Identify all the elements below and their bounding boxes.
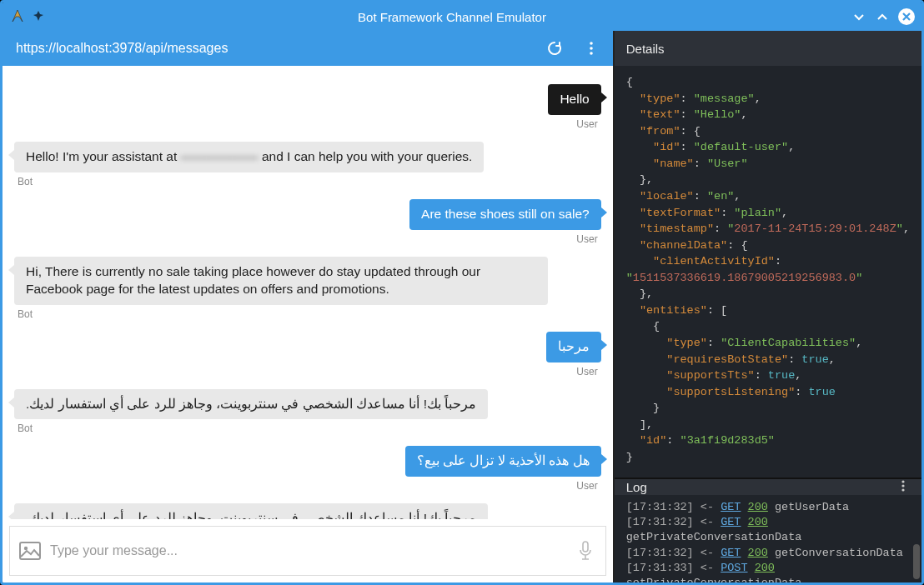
message-sender: User [573,366,600,378]
svg-point-6 [901,480,904,482]
log-entry: [17:31:33] <- POST 200 setPrivateConvers… [626,561,910,582]
svg-point-2 [590,52,593,55]
details-header: Details [615,31,921,66]
minimize-icon[interactable] [851,9,866,24]
chat-message: مرحبا User [14,332,601,378]
chat-message: Hello! I'm your assistant at —————— and … [14,142,601,188]
svg-point-4 [24,547,28,550]
message-sender: Bot [14,422,36,434]
log-entry: [17:31:32] <- GET 200 getUserData [626,500,910,515]
side-pane: Details { "type": "message", "text": "He… [613,31,921,582]
address-bar: https://localhost:3978/api/messages [3,31,613,66]
svg-rect-5 [583,542,588,552]
close-icon[interactable] [898,8,915,25]
log-section: Log [17:31:32] <- GET 200 getUserData [1… [615,478,921,583]
details-title: Details [626,42,665,56]
svg-point-8 [901,488,904,491]
compose-bar [9,526,606,576]
log-menu-icon[interactable] [896,479,910,495]
log-title: Log [626,480,647,494]
message-bubble[interactable]: .مرحباً بك! أنا مساعدك الشخصي في سنتربوي… [14,503,488,519]
app-body: https://localhost:3978/api/messages Hell… [3,31,921,582]
svg-rect-3 [20,542,40,559]
chat-message: هل هذه الأحذية لا تزال على بيع؟ User [14,446,601,492]
maximize-icon[interactable] [875,9,890,24]
app-window: Bot Framework Channel Emulator https://l… [0,0,924,585]
window-controls [851,8,915,25]
chat-message: Hello User [14,84,601,130]
window-title: Bot Framework Channel Emulator [53,10,851,24]
image-upload-icon[interactable] [18,539,42,562]
message-text: Hello! I'm your assistant at [26,149,181,163]
message-bubble[interactable]: Hello! I'm your assistant at —————— and … [14,142,484,172]
chat-message: .مرحباً بك! أنا مساعدك الشخصي في سنتربوي… [14,389,601,435]
message-bubble[interactable]: .مرحباً بك! أنا مساعدك الشخصي في سنتربوي… [14,389,488,420]
svg-point-0 [590,42,593,45]
svg-point-7 [901,484,904,487]
log-body[interactable]: [17:31:32] <- GET 200 getUserData [17:31… [615,495,921,582]
chat-scroll[interactable]: Hello User Hello! I'm your assistant at … [3,66,613,519]
scrollbar-thumb[interactable] [913,544,920,579]
chat-message: Hi, There is currently no sale taking pl… [14,257,601,320]
message-sender: User [573,118,600,130]
message-sender: User [573,233,600,245]
svg-point-1 [590,47,593,50]
pin-icon[interactable] [33,10,46,23]
chat-pane: https://localhost:3978/api/messages Hell… [3,31,613,582]
app-icon [9,8,26,25]
message-sender: Bot [14,176,36,188]
message-bubble[interactable]: Hello [548,84,600,115]
log-header: Log [615,479,921,495]
message-sender: User [573,480,600,492]
message-bubble[interactable]: Hi, There is currently no sale taking pl… [14,257,548,305]
message-sender: Bot [14,308,36,320]
chat-message: Are these shoes still on sale? User [14,199,601,245]
address-url[interactable]: https://localhost:3978/api/messages [16,41,546,56]
message-bubble[interactable]: هل هذه الأحذية لا تزال على بيع؟ [405,446,601,477]
details-json[interactable]: { "type": "message", "text": "Hello", "f… [615,66,921,478]
redacted-text: —————— [181,148,259,166]
microphone-icon[interactable] [574,539,597,562]
menu-dots-icon[interactable] [583,40,600,57]
chat-message: .مرحباً بك! أنا مساعدك الشخصي في سنتربوي… [14,503,601,519]
message-text: and I can help you with your queries. [259,149,473,163]
log-entry: [17:31:32] <- GET 200 getPrivateConversa… [626,515,910,545]
refresh-icon[interactable] [546,40,563,57]
message-bubble[interactable]: Are these shoes still on sale? [409,199,601,230]
titlebar: Bot Framework Channel Emulator [3,2,921,31]
message-bubble[interactable]: مرحبا [546,332,601,362]
message-input[interactable] [50,543,565,558]
log-entry: [17:31:32] <- GET 200 getConversationDat… [626,546,910,561]
